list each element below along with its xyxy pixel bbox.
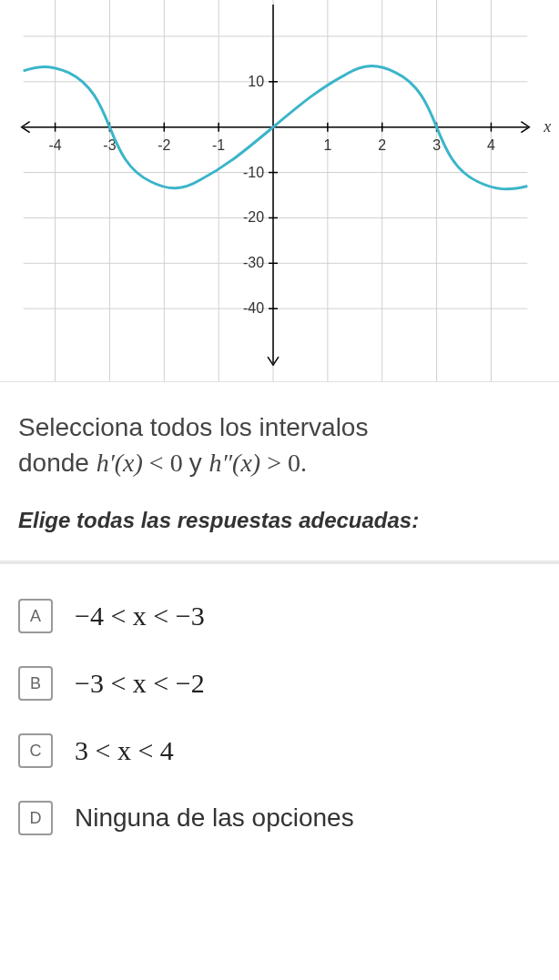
cond2-func: h″(x) xyxy=(208,449,260,477)
ytick-neg20: -20 xyxy=(243,209,264,225)
question-line2-prefix: donde xyxy=(18,449,97,477)
x-axis-label: x xyxy=(543,117,551,136)
chart-svg: -4 -3 -2 -1 1 2 3 4 10 -10 -20 -30 -40 x xyxy=(0,0,559,381)
function-graph: -4 -3 -2 -1 1 2 3 4 10 -10 -20 -30 -40 x xyxy=(0,0,559,382)
option-d-text: Ninguna de las opciones xyxy=(75,803,354,833)
question-line1: Selecciona todos los intervalos xyxy=(18,413,368,441)
ytick-neg30: -30 xyxy=(243,255,264,270)
conj: y xyxy=(189,449,209,477)
answer-options: A −4 < x < −3 B −3 < x < −2 C 3 < x < 4 … xyxy=(0,582,559,852)
option-c[interactable]: C 3 < x < 4 xyxy=(18,717,541,784)
option-d[interactable]: D Ninguna de las opciones xyxy=(18,784,541,852)
xtick-neg4: -4 xyxy=(48,137,61,153)
question-prompt: Selecciona todos los intervalos donde h′… xyxy=(0,382,559,499)
xtick-neg1: -1 xyxy=(212,137,225,153)
ytick-neg10: -10 xyxy=(243,165,264,180)
xtick-1: 1 xyxy=(323,137,331,153)
option-a-letter: A xyxy=(18,599,53,633)
option-b-text: −3 < x < −2 xyxy=(75,668,205,699)
ytick-10: 10 xyxy=(248,74,264,89)
xtick-3: 3 xyxy=(432,137,441,153)
instruction-text: Elige todas las respuestas adecuadas: xyxy=(0,499,559,551)
cond2-op: > 0. xyxy=(260,449,307,477)
option-c-letter: C xyxy=(18,733,53,768)
xtick-4: 4 xyxy=(487,137,495,153)
xtick-neg2: -2 xyxy=(158,137,170,153)
option-b-letter: B xyxy=(18,666,53,701)
option-d-letter: D xyxy=(18,801,53,835)
option-a[interactable]: A −4 < x < −3 xyxy=(18,582,541,650)
cond1-op: < 0 xyxy=(143,449,189,477)
cond1-func: h′(x) xyxy=(97,449,143,477)
option-b[interactable]: B −3 < x < −2 xyxy=(18,650,541,717)
option-c-text: 3 < x < 4 xyxy=(75,735,174,766)
option-a-text: −4 < x < −3 xyxy=(75,601,205,631)
ytick-neg40: -40 xyxy=(243,300,264,316)
section-divider xyxy=(0,561,559,564)
xtick-2: 2 xyxy=(378,137,386,153)
